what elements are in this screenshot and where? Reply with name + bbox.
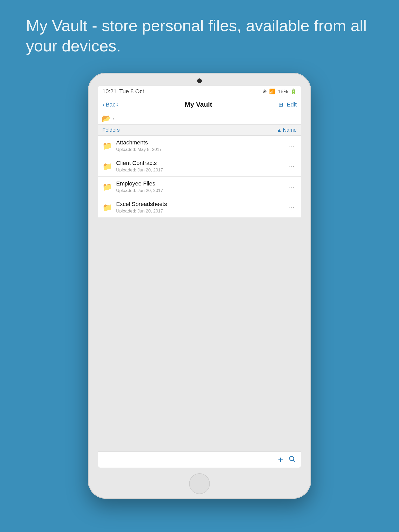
nav-actions: ⊞ Edit — [278, 101, 297, 108]
list-item[interactable]: 📁 Employee Files Uploaded: Jun 20, 2017 … — [98, 177, 301, 197]
item-info: Client Contracts Uploaded: Jun 20, 2017 — [116, 160, 287, 173]
back-chevron-icon: ‹ — [102, 101, 105, 109]
nav-bar: ‹ Back My Vault ⊞ Edit — [98, 97, 301, 112]
list-item[interactable]: 📁 Client Contracts Uploaded: Jun 20, 201… — [98, 156, 301, 177]
item-date: Uploaded: Jun 20, 2017 — [116, 209, 287, 214]
folder-icon: 📁 — [102, 162, 112, 171]
more-options-button[interactable]: ··· — [287, 203, 297, 211]
wifi-icon: 📶 — [269, 88, 276, 95]
item-name: Employee Files — [116, 180, 287, 187]
search-button[interactable] — [288, 455, 296, 464]
battery-icon: 🔋 — [290, 88, 297, 95]
item-name: Excel Spreadsheets — [116, 201, 287, 208]
grid-view-icon[interactable]: ⊞ — [278, 101, 283, 108]
item-name: Attachments — [116, 139, 287, 146]
more-options-button[interactable]: ··· — [287, 162, 297, 170]
content-area — [98, 217, 301, 451]
sort-label: Name — [283, 127, 297, 133]
folder-icon: 📁 — [102, 182, 112, 191]
edit-button[interactable]: Edit — [287, 101, 297, 108]
camera-dot — [197, 78, 202, 83]
sort-arrow-icon: ▲ — [277, 127, 282, 133]
back-button[interactable]: ‹ Back — [102, 101, 118, 109]
screen: 10:21 Tue 8 Oct ☀ 📶 16% 🔋 ‹ Back My Vaul… — [98, 86, 301, 468]
add-button[interactable]: + — [278, 455, 283, 465]
tagline: My Vault - store personal files, availab… — [26, 16, 373, 56]
home-button[interactable] — [189, 473, 210, 494]
brightness-icon: ☀ — [262, 88, 267, 95]
status-icons: ☀ 📶 16% 🔋 — [262, 88, 297, 95]
battery-level: 16% — [278, 89, 288, 95]
bottom-toolbar: + — [98, 451, 301, 468]
item-info: Excel Spreadsheets Uploaded: Jun 20, 201… — [116, 201, 287, 214]
folder-icon: 📁 — [102, 203, 112, 212]
open-folder-icon: 📂 — [102, 114, 111, 123]
item-name: Client Contracts — [116, 160, 287, 167]
back-label: Back — [106, 101, 118, 108]
more-options-button[interactable]: ··· — [287, 183, 297, 191]
nav-title: My Vault — [185, 101, 212, 109]
item-date: Uploaded: May 8, 2017 — [116, 147, 287, 152]
breadcrumb: 📂 › — [98, 112, 301, 125]
folders-header: Folders ▲ Name — [98, 125, 301, 136]
svg-line-1 — [293, 460, 295, 462]
sort-button[interactable]: ▲ Name — [277, 127, 297, 133]
list-item[interactable]: 📁 Attachments Uploaded: May 8, 2017 ··· — [98, 136, 301, 156]
svg-point-0 — [290, 456, 294, 461]
more-options-button[interactable]: ··· — [287, 142, 297, 150]
item-date: Uploaded: Jun 20, 2017 — [116, 188, 287, 193]
item-info: Employee Files Uploaded: Jun 20, 2017 — [116, 180, 287, 193]
folder-list: 📁 Attachments Uploaded: May 8, 2017 ··· … — [98, 136, 301, 217]
item-date: Uploaded: Jun 20, 2017 — [116, 168, 287, 173]
folder-icon: 📁 — [102, 141, 112, 150]
status-time: 10:21 — [102, 88, 117, 95]
status-date: Tue 8 Oct — [119, 88, 144, 95]
breadcrumb-chevron-icon: › — [112, 115, 114, 121]
tablet-device: 10:21 Tue 8 Oct ☀ 📶 16% 🔋 ‹ Back My Vaul… — [88, 73, 311, 499]
status-bar: 10:21 Tue 8 Oct ☀ 📶 16% 🔋 — [98, 86, 301, 97]
list-item[interactable]: 📁 Excel Spreadsheets Uploaded: Jun 20, 2… — [98, 197, 301, 217]
folders-label: Folders — [102, 127, 120, 133]
item-info: Attachments Uploaded: May 8, 2017 — [116, 139, 287, 152]
